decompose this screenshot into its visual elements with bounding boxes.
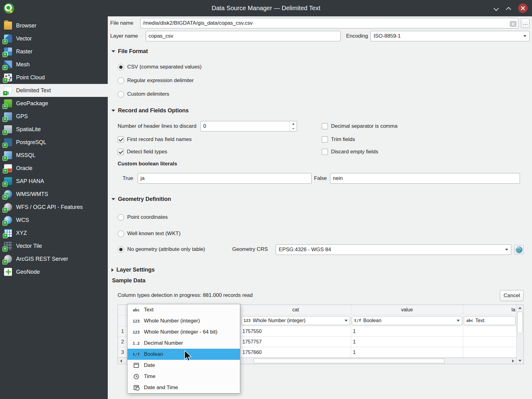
boolean-type-icon: t/f [131, 352, 141, 357]
select-crs-button[interactable] [514, 245, 524, 254]
column-header-la[interactable]: la [463, 305, 516, 315]
menu-item-label: Time [144, 373, 155, 380]
menu-item-decimal-number[interactable]: 1.2 Decimal Number [128, 338, 240, 349]
sidebar-item-sap-hana[interactable]: SAP HANA [0, 175, 108, 188]
chevron-down-icon [505, 249, 508, 251]
clear-text-icon[interactable] [510, 21, 517, 27]
scroll-left-button[interactable] [118, 358, 124, 364]
scroll-right-button[interactable] [510, 358, 516, 364]
sidebar-item-label: GPS [16, 113, 28, 120]
menu-item-label: Whole Number (integer) [144, 318, 200, 324]
checkbox-trim-fields[interactable] [322, 136, 328, 143]
type-cell-cat: 123 Whole Number (integer) [241, 315, 351, 326]
menu-item-whole-number-64[interactable]: 123 Whole Number (integer - 64 bit) [128, 326, 240, 338]
radio-custom-delimiters[interactable] [118, 91, 124, 98]
sidebar-item-raster[interactable]: Raster [0, 45, 108, 58]
sidebar-item-xyz[interactable]: XYZ [0, 227, 108, 239]
sidebar-item-mssql[interactable]: MSSQL [0, 149, 108, 162]
wms-globe-icon [4, 190, 12, 198]
file-format-title: File Format [118, 48, 148, 55]
sidebar-item-browser[interactable]: Browser [0, 19, 108, 32]
menu-item-boolean[interactable]: t/f Boolean [128, 349, 240, 360]
sidebar-item-vector[interactable]: Vector [0, 32, 108, 45]
sidebar-item-spatialite[interactable]: SpatiaLite [0, 123, 108, 136]
header-lines-input[interactable] [200, 121, 297, 131]
vertical-scrollbar[interactable] [516, 305, 523, 364]
cell-value: 1 [351, 326, 463, 337]
file-name-input[interactable] [140, 18, 518, 28]
scroll-up-button[interactable] [517, 305, 523, 311]
shade-up-icon[interactable] [506, 6, 511, 11]
text-type-icon: abc [466, 318, 473, 323]
sidebar-item-wfs[interactable]: WFS / OGC API - Features [0, 201, 108, 214]
radio-csv[interactable] [118, 64, 124, 70]
sidebar-item-point-cloud[interactable]: Point Cloud [0, 71, 108, 84]
globe-icon [516, 246, 522, 253]
cat-type-combobox[interactable]: 123 Whole Number (integer) [241, 316, 350, 325]
gps-icon [4, 112, 12, 120]
boolean-true-input[interactable] [138, 173, 312, 184]
menu-item-text[interactable]: abc Text [128, 304, 240, 315]
close-button[interactable] [518, 3, 528, 13]
encoding-value: ISO-8859-1 [374, 33, 401, 39]
point-cloud-icon [4, 73, 12, 81]
column-header-cat[interactable]: cat [241, 305, 351, 315]
boolean-false-input[interactable] [330, 173, 520, 184]
sidebar-item-wms-wmts[interactable]: WMS/WMTS [0, 188, 108, 201]
value-type-combobox[interactable]: t/f Boolean [352, 316, 462, 325]
horizontal-scroll-thumb[interactable] [253, 359, 445, 363]
record-fields-section-header[interactable]: Record and Fields Options [111, 107, 189, 114]
menu-item-whole-number[interactable]: 123 Whole Number (integer) [128, 315, 240, 326]
layer-settings-section-header[interactable]: Layer Settings [111, 267, 155, 273]
sidebar-item-label: ArcGIS REST Server [16, 256, 68, 262]
menu-item-date-and-time[interactable]: Date and Time [128, 382, 240, 393]
sidebar-item-geonode[interactable]: GeoNode [0, 265, 108, 278]
sidebar-item-vector-tile[interactable]: Vector Tile [0, 239, 108, 252]
la-type-combobox[interactable]: abc Text [464, 316, 516, 325]
window-title: Data Source Manager — Delimited Text [0, 5, 532, 12]
sidebar-item-gps[interactable]: GPS [0, 110, 108, 123]
checkbox-trim-fields-label: Trim fields [331, 136, 355, 143]
spin-down-button[interactable] [290, 126, 297, 131]
browse-file-button[interactable]: … [521, 18, 530, 28]
cell-value: 1 [351, 337, 463, 347]
sidebar-item-wcs[interactable]: WCS [0, 214, 108, 227]
radio-point-coordinates[interactable] [118, 214, 124, 221]
radio-regex-delimiter[interactable] [118, 77, 124, 84]
geometry-section-header[interactable]: Geometry Definition [111, 196, 171, 202]
menu-item-label: Decimal Number [144, 340, 183, 346]
checkbox-discard-empty-fields[interactable] [322, 149, 328, 155]
sidebar-item-postgresql[interactable]: PostgreSQL [0, 136, 108, 149]
menu-item-date[interactable]: Date [128, 360, 240, 371]
scroll-down-button[interactable] [517, 358, 523, 364]
true-label: True [123, 175, 133, 181]
checkbox-first-record-names[interactable] [118, 136, 124, 143]
chevron-down-icon [345, 320, 348, 322]
sidebar-item-label: Oracle [16, 165, 32, 172]
wfs-globe-icon [4, 203, 12, 211]
radio-no-geometry[interactable] [118, 246, 124, 253]
spin-up-button[interactable] [290, 121, 297, 126]
geometry-crs-combobox[interactable]: EPSG:4326 - WGS 84 [276, 244, 511, 255]
sidebar-item-mesh[interactable]: Mesh [0, 58, 108, 71]
sidebar-item-arcgis-rest[interactable]: ArcGIS REST Server [0, 252, 108, 265]
file-format-section-header[interactable]: File Format [111, 48, 148, 55]
integer64-type-icon: 123 [131, 330, 141, 335]
sidebar-item-oracle[interactable]: Oracle [0, 162, 108, 175]
sidebar-item-geopackage[interactable]: GeoPackage [0, 97, 108, 110]
menu-item-time[interactable]: Time [128, 371, 240, 382]
calendar-clock-icon [131, 385, 141, 390]
checkbox-decimal-comma[interactable] [322, 123, 328, 129]
radio-wkt[interactable] [118, 231, 124, 237]
data-source-manager-window: Data Source Manager — Delimited Text Bro… [0, 0, 532, 399]
column-header-value[interactable]: value [351, 305, 463, 315]
shade-down-icon[interactable] [493, 6, 499, 11]
sidebar-item-delimited-text[interactable]: Delimited Text [0, 84, 108, 97]
checkbox-detect-field-types[interactable] [118, 149, 124, 155]
menu-item-label: Boolean [144, 351, 163, 357]
layer-name-input[interactable] [146, 31, 341, 41]
cancel-detection-button[interactable]: Cancel [500, 290, 524, 301]
encoding-combobox[interactable]: ISO-8859-1 [371, 31, 530, 41]
row-number: 3 [118, 347, 128, 358]
vertical-scroll-thumb[interactable] [517, 312, 523, 333]
